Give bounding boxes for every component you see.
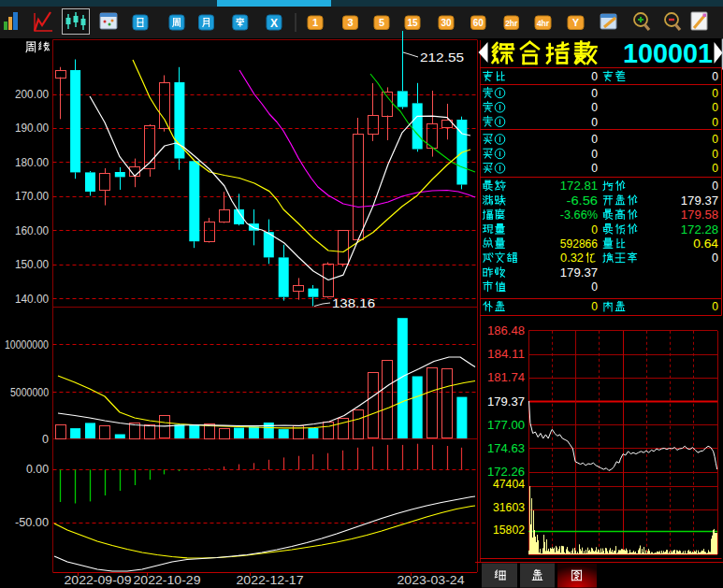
svg-text:4hr: 4hr <box>537 19 550 28</box>
svg-text:0: 0 <box>591 223 598 237</box>
svg-text:2022-09-09: 2022-09-09 <box>65 573 132 587</box>
svg-text:0: 0 <box>591 70 598 83</box>
svg-text:160.00: 160.00 <box>15 224 49 237</box>
svg-text:179.37: 179.37 <box>487 395 525 409</box>
svg-text:2022-12-17: 2022-12-17 <box>237 573 304 587</box>
svg-text:0.64: 0.64 <box>693 237 718 251</box>
svg-text:0: 0 <box>591 133 598 146</box>
svg-text:100001: 100001 <box>623 38 713 68</box>
svg-text:2023-03-24: 2023-03-24 <box>398 573 465 587</box>
svg-text:172.81: 172.81 <box>560 179 598 193</box>
svg-text:0: 0 <box>42 433 49 446</box>
svg-text:179.58: 179.58 <box>681 208 718 222</box>
svg-text:0: 0 <box>712 300 718 313</box>
svg-text:179.37: 179.37 <box>560 266 598 280</box>
svg-text:200.00: 200.00 <box>15 88 49 101</box>
svg-text:212.55: 212.55 <box>420 50 464 65</box>
svg-text:0: 0 <box>712 148 718 161</box>
svg-text:2022-10-29: 2022-10-29 <box>134 573 201 587</box>
svg-text:0: 0 <box>712 70 718 83</box>
svg-text:190.00: 190.00 <box>15 122 49 135</box>
svg-text:0: 0 <box>712 251 718 265</box>
svg-text:-6.56: -6.56 <box>567 194 599 208</box>
svg-text:0: 0 <box>712 162 718 175</box>
svg-text:0.00: 0.00 <box>26 463 49 476</box>
svg-text:-50.00: -50.00 <box>15 516 49 529</box>
svg-text:0: 0 <box>712 116 718 129</box>
svg-text:150.00: 150.00 <box>15 258 49 271</box>
svg-text:-3.66%: -3.66% <box>560 208 598 222</box>
svg-text:1: 1 <box>312 17 318 28</box>
svg-text:0: 0 <box>712 101 718 114</box>
svg-text:174.63: 174.63 <box>487 442 525 455</box>
svg-text:140.00: 140.00 <box>15 293 49 306</box>
svg-text:0: 0 <box>591 162 598 175</box>
svg-text:0: 0 <box>591 101 598 114</box>
svg-text:10000000: 10000000 <box>5 338 49 351</box>
svg-text:0: 0 <box>591 87 598 100</box>
svg-text:Y: Y <box>572 17 580 28</box>
svg-text:592866: 592866 <box>560 237 598 251</box>
svg-text:138.16: 138.16 <box>332 296 375 310</box>
svg-text:0: 0 <box>591 148 598 161</box>
svg-text:180.00: 180.00 <box>15 156 49 169</box>
svg-text:184.11: 184.11 <box>487 348 525 361</box>
svg-text:181.74: 181.74 <box>487 371 525 384</box>
svg-text:172.28: 172.28 <box>681 223 718 237</box>
svg-text:0: 0 <box>712 87 718 100</box>
svg-text:47404: 47404 <box>493 478 525 491</box>
svg-text:15: 15 <box>407 18 418 28</box>
svg-text:0: 0 <box>591 116 598 129</box>
svg-text:3: 3 <box>347 17 353 28</box>
svg-text:30: 30 <box>441 18 452 28</box>
svg-text:5: 5 <box>379 17 384 28</box>
svg-text:31603: 31603 <box>493 501 525 514</box>
svg-text:0.32: 0.32 <box>560 251 584 265</box>
svg-text:170.00: 170.00 <box>15 190 49 203</box>
svg-text:5000000: 5000000 <box>10 386 49 399</box>
svg-text:60: 60 <box>473 18 484 28</box>
svg-text:179.37: 179.37 <box>681 194 718 208</box>
svg-text:0: 0 <box>591 300 598 313</box>
svg-text:2hr: 2hr <box>505 19 518 28</box>
svg-text:X: X <box>270 17 278 30</box>
svg-text:0: 0 <box>712 179 718 193</box>
svg-text:15802: 15802 <box>493 523 525 537</box>
svg-text:186.48: 186.48 <box>487 324 525 337</box>
svg-text:0: 0 <box>712 133 718 146</box>
svg-text:0: 0 <box>591 280 598 294</box>
svg-text:177.00: 177.00 <box>487 419 525 432</box>
